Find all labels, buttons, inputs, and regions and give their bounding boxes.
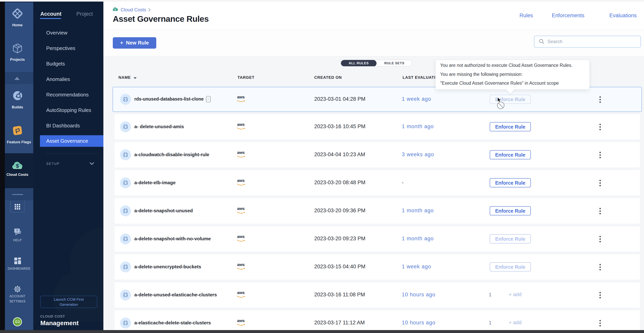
svg-text:$: $ xyxy=(114,8,116,11)
svg-text:?: ? xyxy=(16,229,18,232)
svg-text:$: $ xyxy=(16,163,19,169)
